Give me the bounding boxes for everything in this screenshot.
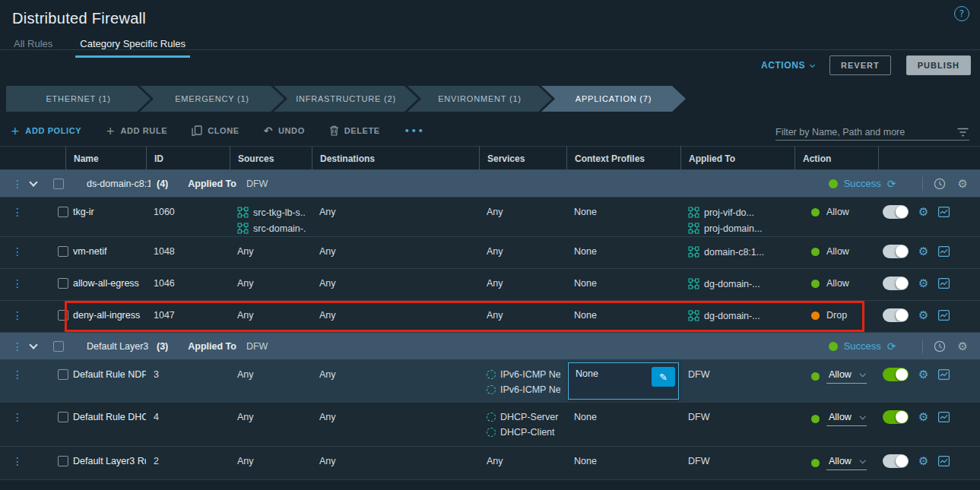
refresh-icon[interactable]: ⟳ xyxy=(887,178,896,190)
rule-enabled-toggle[interactable] xyxy=(883,454,909,468)
help-icon[interactable]: ? xyxy=(954,6,969,21)
row-menu-icon[interactable]: ⋮ xyxy=(12,456,23,466)
rule-enabled-toggle[interactable] xyxy=(883,368,909,381)
policy-checkbox[interactable] xyxy=(53,341,64,352)
policy-name[interactable]: Default Layer3 Se... xyxy=(87,341,151,352)
applied-to-value[interactable]: DFW xyxy=(680,403,794,425)
chart-icon[interactable] xyxy=(938,207,950,217)
action-value[interactable]: Allow xyxy=(826,278,849,289)
applied-to-value[interactable]: DFW xyxy=(680,447,794,469)
chart-icon[interactable] xyxy=(938,456,950,466)
context-profiles-value[interactable]: None xyxy=(566,403,680,425)
column-name[interactable]: Name xyxy=(65,147,146,171)
delete-button[interactable]: DELETE xyxy=(329,125,380,136)
policy-menu-icon[interactable]: ⋮ xyxy=(12,179,23,189)
destinations-value[interactable]: Any xyxy=(312,198,479,220)
chart-icon[interactable] xyxy=(938,412,950,422)
services-value[interactable]: Any xyxy=(479,237,566,260)
policy-status[interactable]: Success xyxy=(844,178,881,189)
applied-to-value[interactable]: DFW xyxy=(680,360,794,383)
filter-icon[interactable] xyxy=(956,128,969,137)
service-item[interactable]: IPv6-ICMP Neighb xyxy=(487,384,560,395)
undo-button[interactable]: ↶ UNDO xyxy=(264,125,305,137)
services-value[interactable]: Any xyxy=(479,301,566,324)
rule-name[interactable]: deny-all-ingress xyxy=(73,310,140,321)
services-value[interactable]: Any xyxy=(479,269,566,292)
column-destinations[interactable]: Destinations xyxy=(312,147,479,171)
rule-name[interactable]: allow-all-egress xyxy=(73,278,139,289)
rule-enabled-toggle[interactable] xyxy=(883,410,909,424)
row-menu-icon[interactable]: ⋮ xyxy=(12,412,23,422)
destinations-value[interactable]: Any xyxy=(312,360,479,383)
policy-checkbox[interactable] xyxy=(53,179,64,189)
gear-icon[interactable]: ⚙ xyxy=(918,207,928,218)
context-profiles-value[interactable]: None xyxy=(566,269,680,292)
context-profile-editor[interactable]: None ✎ xyxy=(568,362,679,400)
category-tab-environment[interactable]: ENVIRONMENT (1) xyxy=(408,86,552,112)
revert-button[interactable]: REVERT xyxy=(829,55,891,75)
destinations-value[interactable]: Any xyxy=(312,237,479,260)
category-tab-application[interactable]: APPLICATION (7) xyxy=(541,86,686,112)
filter-input[interactable] xyxy=(775,127,956,138)
sources-value[interactable]: Any xyxy=(230,301,312,324)
applied-to-group[interactable]: dg-domain-... xyxy=(688,310,788,321)
tab-all-rules[interactable]: All Rules xyxy=(12,35,54,58)
sources-value[interactable]: Any xyxy=(230,360,312,383)
rule-name[interactable]: Default Rule NDP xyxy=(73,369,146,380)
clock-icon[interactable] xyxy=(934,340,946,352)
column-services[interactable]: Services xyxy=(479,147,566,171)
rule-enabled-toggle[interactable] xyxy=(883,245,909,258)
category-tab-ethernet[interactable]: ETHERNET (1) xyxy=(6,86,151,112)
applied-to-group[interactable]: proj-vif-do... xyxy=(688,207,788,218)
services-value[interactable]: Any xyxy=(479,198,566,220)
rule-name[interactable]: Default Rule DHCP xyxy=(73,412,146,422)
gear-icon[interactable]: ⚙ xyxy=(918,278,928,289)
sources-value[interactable]: Any xyxy=(230,403,312,425)
rule-name[interactable]: tkg-ir xyxy=(73,207,94,217)
destinations-value[interactable]: Any xyxy=(312,269,479,292)
destinations-value[interactable]: Any xyxy=(312,447,479,469)
chart-icon[interactable] xyxy=(938,246,950,257)
gear-icon[interactable]: ⚙ xyxy=(918,456,928,467)
policy-status[interactable]: Success xyxy=(844,340,881,352)
chevron-down-icon[interactable] xyxy=(29,178,37,186)
rule-enabled-toggle[interactable] xyxy=(883,308,909,322)
chart-icon[interactable] xyxy=(938,310,950,321)
gear-icon[interactable]: ⚙ xyxy=(918,369,928,381)
more-actions-button[interactable]: ••• xyxy=(404,126,425,136)
publish-button[interactable]: PUBLISH xyxy=(906,55,971,75)
service-item[interactable]: IPv6-ICMP Neighb xyxy=(487,369,560,380)
actions-menu-button[interactable]: ACTIONS xyxy=(761,60,814,71)
row-menu-icon[interactable]: ⋮ xyxy=(12,278,23,289)
row-menu-icon[interactable]: ⋮ xyxy=(12,246,23,257)
edit-pencil-button[interactable]: ✎ xyxy=(652,367,675,387)
tab-category-specific-rules[interactable]: Category Specific Rules xyxy=(75,35,190,58)
service-item[interactable]: DHCP-Client xyxy=(487,427,560,438)
refresh-icon[interactable]: ⟳ xyxy=(887,340,896,352)
add-policy-button[interactable]: + ADD POLICY xyxy=(11,126,81,135)
gear-icon[interactable]: ⚙ xyxy=(918,246,928,258)
row-menu-icon[interactable]: ⋮ xyxy=(12,207,23,217)
action-value[interactable]: Allow xyxy=(826,246,849,257)
rule-name[interactable]: vm-netif xyxy=(73,246,106,257)
row-menu-icon[interactable]: ⋮ xyxy=(12,310,23,321)
clone-button[interactable]: CLONE xyxy=(192,125,239,136)
gear-icon[interactable]: ⚙ xyxy=(918,412,928,423)
source-group[interactable]: src-domain-... xyxy=(237,223,306,234)
context-profiles-value[interactable]: None xyxy=(566,237,680,260)
destinations-value[interactable]: Any xyxy=(312,301,479,324)
context-profiles-value[interactable]: None xyxy=(566,198,680,220)
gear-icon[interactable]: ⚙ xyxy=(918,310,928,321)
policy-applied-value[interactable]: DFW xyxy=(246,179,268,189)
destinations-value[interactable]: Any xyxy=(312,403,479,425)
action-dropdown[interactable]: Allow xyxy=(826,412,867,426)
rule-enabled-toggle[interactable] xyxy=(883,277,909,290)
column-sources[interactable]: Sources xyxy=(230,147,312,171)
applied-to-group[interactable]: proj-domain... xyxy=(688,223,788,234)
context-profiles-value[interactable]: None xyxy=(566,301,680,324)
action-dropdown[interactable]: Allow xyxy=(826,456,867,470)
chevron-down-icon[interactable] xyxy=(29,340,37,349)
chart-icon[interactable] xyxy=(938,278,950,289)
rule-enabled-toggle[interactable] xyxy=(883,205,909,219)
policy-applied-value[interactable]: DFW xyxy=(246,341,268,352)
